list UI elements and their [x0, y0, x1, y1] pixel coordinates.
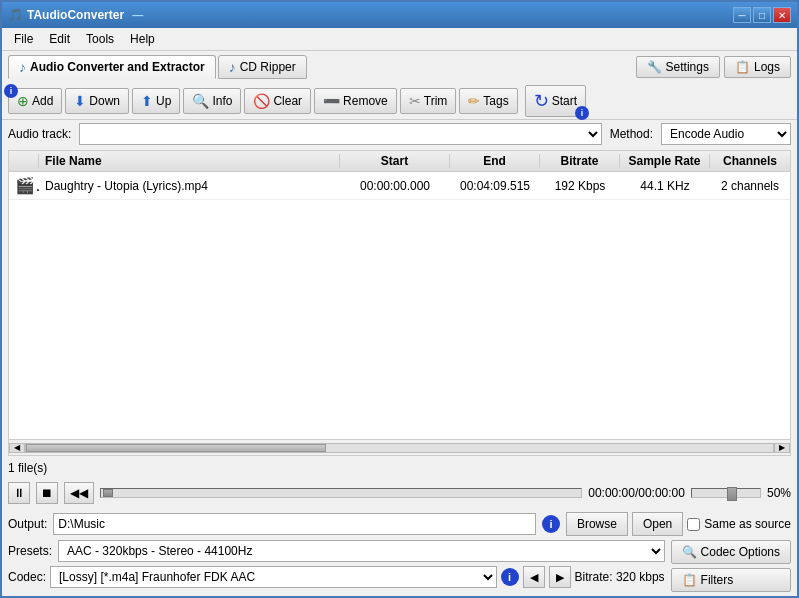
output-row: Output: i Browse Open Same as source [8, 512, 791, 536]
file-start: 00:00:00.000 [340, 179, 450, 193]
menu-bar: File Edit Tools Help [2, 28, 797, 51]
progress-track[interactable] [100, 488, 582, 498]
bottom-section: Output: i Browse Open Same as source Pre… [2, 508, 797, 596]
close-button[interactable]: ✕ [773, 7, 791, 23]
col-header-filename: File Name [39, 154, 340, 168]
add-icon: ⊕ [17, 93, 29, 109]
presets-select[interactable]: AAC - 320kbps - Stereo - 44100Hz [58, 540, 665, 562]
col-header-start: Start [340, 154, 450, 168]
col-header-channels: Channels [710, 154, 790, 168]
tab-converter-label: Audio Converter and Extractor [30, 60, 205, 74]
prev-nav-button[interactable]: ◀ [523, 566, 545, 588]
remove-label: Remove [343, 94, 388, 108]
settings-label: Settings [666, 60, 709, 74]
pause-button[interactable]: ⏸ [8, 482, 30, 504]
maximize-button[interactable]: □ [753, 7, 771, 23]
bitrate-label: Bitrate: 320 kbps [575, 570, 665, 584]
status-bar: 1 file(s) [2, 458, 797, 478]
same-as-source-label: Same as source [704, 517, 791, 531]
output-right: Browse Open Same as source [566, 512, 791, 536]
same-source-row: Same as source [687, 517, 791, 531]
scroll-right-arrow[interactable]: ▶ [774, 443, 790, 453]
trim-label: Trim [424, 94, 448, 108]
progress-thumb[interactable] [103, 489, 113, 497]
info-button[interactable]: 🔍 Info [183, 88, 241, 114]
next-nav-button[interactable]: ▶ [549, 566, 571, 588]
menu-file[interactable]: File [6, 30, 41, 48]
menu-help[interactable]: Help [122, 30, 163, 48]
scrollbar-track[interactable] [25, 443, 774, 453]
app-icon: 🎵 [8, 8, 23, 22]
file-end: 00:04:09.515 [450, 179, 540, 193]
audio-track-select[interactable] [79, 123, 601, 145]
tabs-right: 🔧 Settings 📋 Logs [636, 56, 791, 78]
open-button[interactable]: Open [632, 512, 683, 536]
volume-percent: 50% [767, 486, 791, 500]
tab-cd-ripper[interactable]: ♪ CD Ripper [218, 55, 307, 79]
app-title: TAudioConverter [27, 8, 124, 22]
tags-button[interactable]: ✏ Tags [459, 88, 517, 114]
same-as-source-checkbox[interactable] [687, 518, 700, 531]
clear-button[interactable]: 🚫 Clear [244, 88, 311, 114]
bottom-lower-left: Presets: AAC - 320kbps - Stereo - 44100H… [8, 540, 665, 592]
col-header-end: End [450, 154, 540, 168]
filters-icon: 📋 [682, 573, 697, 587]
codec-options-icon: 🔍 [682, 545, 697, 559]
clear-icon: 🚫 [253, 93, 270, 109]
tab-cd-icon: ♪ [229, 59, 236, 75]
trim-button[interactable]: ✂ Trim [400, 88, 457, 114]
add-button[interactable]: i ⊕ Add [8, 88, 62, 114]
volume-track[interactable] [691, 488, 761, 498]
bottom-lower: Presets: AAC - 320kbps - Stereo - 44100H… [8, 540, 791, 592]
rewind-button[interactable]: ◀◀ [64, 482, 94, 504]
output-label: Output: [8, 517, 47, 531]
filters-label: Filters [701, 573, 734, 587]
stop-button[interactable]: ⏹ [36, 482, 58, 504]
menu-tools[interactable]: Tools [78, 30, 122, 48]
up-button[interactable]: ⬆ Up [132, 88, 180, 114]
up-icon: ⬆ [141, 93, 153, 109]
codec-badge[interactable]: i [501, 568, 519, 586]
main-window: 🎵 TAudioConverter — ─ □ ✕ File Edit Tool… [0, 0, 799, 598]
player-bar: ⏸ ⏹ ◀◀ 00:00:00/00:00:00 50% [2, 478, 797, 508]
down-button[interactable]: ⬇ Down [65, 88, 129, 114]
browse-button[interactable]: Browse [566, 512, 628, 536]
tags-label: Tags [483, 94, 508, 108]
add-badge: i [4, 84, 18, 98]
settings-button[interactable]: 🔧 Settings [636, 56, 720, 78]
tab-converter[interactable]: ♪ Audio Converter and Extractor [8, 55, 216, 79]
tabs-left: ♪ Audio Converter and Extractor ♪ CD Rip… [8, 55, 307, 79]
file-count: 1 file(s) [8, 461, 47, 475]
start-button[interactable]: ↻ Start i [525, 85, 586, 117]
file-icon: 🎬 [9, 176, 39, 195]
tab-cd-label: CD Ripper [240, 60, 296, 74]
file-channels: 2 channels [710, 179, 790, 193]
codec-options-label: Codec Options [701, 545, 780, 559]
bottom-lower-right: 🔍 Codec Options 📋 Filters [671, 540, 791, 592]
codec-select[interactable]: [Lossy] [*.m4a] Fraunhofer FDK AAC [50, 566, 497, 588]
tab-converter-icon: ♪ [19, 59, 26, 75]
remove-button[interactable]: ➖ Remove [314, 88, 397, 114]
file-list-area: File Name Start End Bitrate Sample Rate … [8, 150, 791, 456]
table-row[interactable]: 🎬 Daughtry - Utopia (Lyrics).mp4 00:00:0… [9, 172, 790, 200]
col-header-icon [9, 154, 39, 168]
scrollbar-thumb[interactable] [26, 444, 326, 452]
output-info-badge[interactable]: i [542, 515, 560, 533]
clear-label: Clear [273, 94, 302, 108]
file-bitrate: 192 Kbps [540, 179, 620, 193]
method-select[interactable]: Encode Audio [661, 123, 791, 145]
codec-options-button[interactable]: 🔍 Codec Options [671, 540, 791, 564]
minimize-button[interactable]: ─ [733, 7, 751, 23]
remove-icon: ➖ [323, 93, 340, 109]
menu-edit[interactable]: Edit [41, 30, 78, 48]
filters-button[interactable]: 📋 Filters [671, 568, 791, 592]
add-label: Add [32, 94, 53, 108]
info-icon: 🔍 [192, 93, 209, 109]
scroll-left-arrow[interactable]: ◀ [9, 443, 25, 453]
file-samplerate: 44.1 KHz [620, 179, 710, 193]
logs-button[interactable]: 📋 Logs [724, 56, 791, 78]
volume-thumb[interactable] [727, 487, 737, 501]
output-path-input[interactable] [53, 513, 536, 535]
title-bar-controls: ─ □ ✕ [733, 7, 791, 23]
horizontal-scrollbar[interactable]: ◀ ▶ [9, 439, 790, 455]
